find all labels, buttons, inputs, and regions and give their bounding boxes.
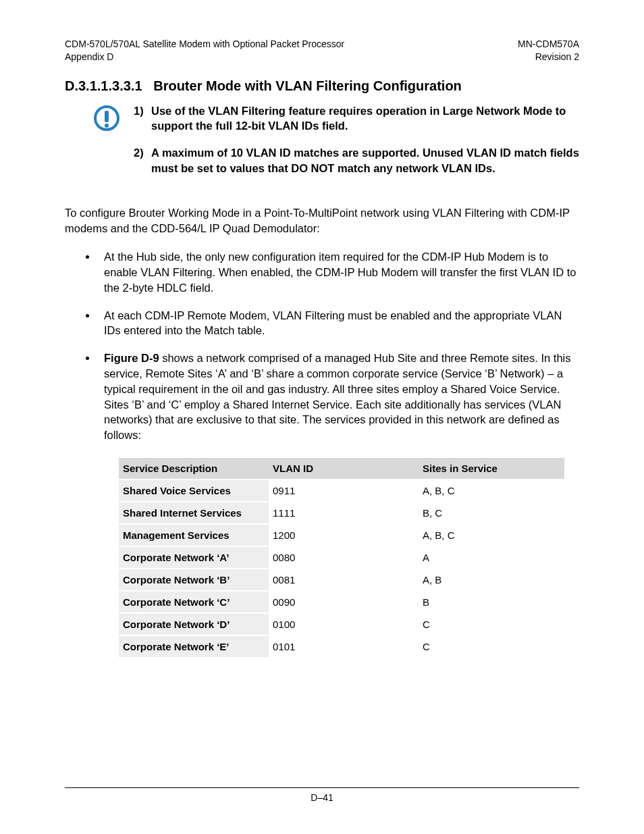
cell-vlan: 1111 [269,502,419,524]
header-revision: Revision 2 [518,51,579,63]
list-item: At each CDM-IP Remote Modem, VLAN Filter… [97,308,579,339]
note-text: Use of the VLAN Filtering feature requir… [151,103,579,134]
cell-service: Corporate Network ‘D’ [119,613,269,635]
table-row: Corporate Network ‘C’ 0090 B [119,591,564,613]
list-item: Figure D-9 shows a network comprised of … [97,350,579,443]
cell-vlan: 0090 [269,591,419,613]
cell-sites: B [419,591,564,613]
col-sites: Sites in Service [419,458,564,479]
section-number: D.3.1.1.3.3.1 [65,78,142,93]
note-number: 1) [134,103,151,134]
table-row: Shared Voice Services 0911 A, B, C [119,479,564,502]
header-appendix: Appendix D [65,51,344,63]
cell-service: Corporate Network ‘A’ [119,546,269,569]
cell-sites: A, B, C [419,479,564,502]
bullet-list: At the Hub side, the only new configurat… [65,249,579,442]
note-item: 2) A maximum of 10 VLAN ID matches are s… [134,145,579,176]
cell-vlan: 0101 [269,635,419,658]
important-notes: 1) Use of the VLAN Filtering feature req… [65,103,579,188]
cell-vlan: 0081 [269,569,419,591]
list-item: At the Hub side, the only new configurat… [97,249,579,295]
col-vlan: VLAN ID [269,458,419,479]
cell-sites: A [419,546,564,569]
section-heading: D.3.1.1.3.3.1 Brouter Mode with VLAN Fil… [65,78,579,94]
table-row: Corporate Network ‘D’ 0100 C [119,613,564,635]
header-product: CDM-570L/570AL Satellite Modem with Opti… [65,38,344,51]
svg-point-2 [105,124,109,128]
page-footer: D–41 [65,787,579,803]
note-number: 2) [134,145,151,176]
table-row: Corporate Network ‘E’ 0101 C [119,635,564,658]
alert-icon [92,103,122,188]
table-row: Shared Internet Services 1111 B, C [119,502,564,524]
cell-vlan: 0080 [269,546,419,569]
cell-service: Management Services [119,524,269,546]
vlan-table: Service Description VLAN ID Sites in Ser… [119,458,564,658]
cell-sites: C [419,635,564,658]
table-row: Corporate Network ‘B’ 0081 A, B [119,569,564,591]
cell-service: Corporate Network ‘C’ [119,591,269,613]
cell-service: Shared Voice Services [119,479,269,502]
cell-vlan: 0100 [269,613,419,635]
figure-ref: Figure D-9 [104,352,159,364]
cell-service: Corporate Network ‘E’ [119,635,269,658]
page-header: CDM-570L/570AL Satellite Modem with Opti… [65,38,579,63]
section-title-text: Brouter Mode with VLAN Filtering Configu… [153,78,462,93]
header-docnum: MN-CDM570A [518,38,579,51]
list-item-text: shows a network comprised of a managed H… [104,352,571,441]
table-body: Shared Voice Services 0911 A, B, C Share… [119,479,564,658]
table-header-row: Service Description VLAN ID Sites in Ser… [119,458,564,479]
table-row: Corporate Network ‘A’ 0080 A [119,546,564,569]
table-row: Management Services 1200 A, B, C [119,524,564,546]
note-item: 1) Use of the VLAN Filtering feature req… [134,103,579,134]
note-text: A maximum of 10 VLAN ID matches are supp… [151,145,579,176]
cell-sites: A, B, C [419,524,564,546]
cell-service: Shared Internet Services [119,502,269,524]
cell-sites: B, C [419,502,564,524]
header-left: CDM-570L/570AL Satellite Modem with Opti… [65,38,344,63]
page-number: D–41 [311,792,333,803]
cell-sites: A, B [419,569,564,591]
col-service: Service Description [119,458,269,479]
notes-list: 1) Use of the VLAN Filtering feature req… [134,103,579,188]
page: CDM-570L/570AL Satellite Modem with Opti… [0,0,644,834]
cell-sites: C [419,613,564,635]
svg-rect-1 [105,111,109,122]
cell-vlan: 0911 [269,479,419,502]
header-right: MN-CDM570A Revision 2 [518,38,579,63]
cell-service: Corporate Network ‘B’ [119,569,269,591]
intro-paragraph: To configure Brouter Working Mode in a P… [65,205,579,236]
cell-vlan: 1200 [269,524,419,546]
